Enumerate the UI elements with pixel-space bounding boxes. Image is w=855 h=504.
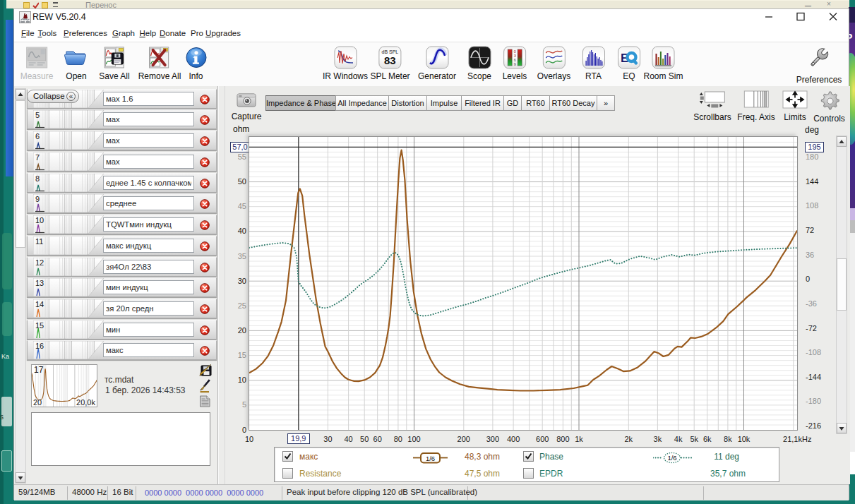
- sidebar-scrollbar[interactable]: [15, 88, 26, 484]
- limits-button[interactable]: Limits: [782, 90, 808, 122]
- measurement-name-input[interactable]: [103, 239, 194, 253]
- measurement-row[interactable]: 8: [27, 173, 217, 193]
- measurement-number[interactable]: 11: [35, 237, 43, 246]
- delete-measurement-button[interactable]: [200, 115, 210, 125]
- toolbar-scope-button[interactable]: Scope: [467, 46, 491, 81]
- measurement-row[interactable]: 7: [27, 152, 217, 172]
- measurement-name-input[interactable]: [103, 133, 194, 148]
- phase-checkbox[interactable]: [523, 451, 534, 462]
- menu-preferences[interactable]: Preferences: [64, 29, 107, 37]
- tab-filtered-ir[interactable]: Filtered IR: [461, 95, 504, 111]
- measurement-number[interactable]: 14: [35, 300, 44, 308]
- minimize-button[interactable]: [758, 9, 779, 25]
- delete-measurement-button[interactable]: [200, 136, 210, 146]
- measurement-row[interactable]: 13: [27, 277, 217, 297]
- delete-measurement-button[interactable]: [200, 179, 210, 188]
- tab-rt60[interactable]: RT60: [521, 95, 550, 111]
- measurement-name-input[interactable]: [103, 280, 194, 294]
- measurement-row[interactable]: 10: [27, 215, 217, 234]
- pen-icon[interactable]: [199, 379, 211, 396]
- delete-measurement-button[interactable]: [200, 157, 210, 167]
- measurement-row[interactable]: 9: [27, 193, 217, 213]
- measurement-row[interactable]: 14: [27, 299, 217, 318]
- measurement-number[interactable]: 9: [35, 195, 40, 203]
- menu-file[interactable]: File: [21, 29, 35, 37]
- chart-scrollbar-down-button[interactable]: [837, 423, 847, 433]
- menu-tools[interactable]: Tools: [38, 29, 57, 37]
- collapse-button[interactable]: Collapse«: [27, 90, 79, 103]
- toolbar-rta-button[interactable]: RTA: [582, 46, 605, 81]
- measurement-number[interactable]: 5: [35, 111, 40, 119]
- measurement-number[interactable]: 6: [35, 132, 40, 140]
- measurement-number[interactable]: 8: [35, 174, 40, 183]
- toolbar-spl-meter-button[interactable]: dB SPL83SPL Meter: [370, 46, 409, 81]
- chart-scrollbar[interactable]: [836, 136, 847, 434]
- tab-impulse[interactable]: Impulse: [426, 95, 462, 111]
- delete-measurement-button[interactable]: [200, 304, 210, 314]
- freq-axis-button[interactable]: Freq. Axis: [737, 90, 775, 122]
- trace-save-icon[interactable]: [199, 364, 212, 379]
- menu-donate[interactable]: Donate: [160, 29, 186, 37]
- toolbar-levels-button[interactable]: 0369Levels: [503, 46, 527, 81]
- maximize-button[interactable]: [790, 9, 811, 25]
- measurement-name-input[interactable]: [103, 92, 194, 106]
- toolbar-open-button[interactable]: Open: [64, 46, 89, 81]
- epdr-checkbox[interactable]: [523, 468, 534, 479]
- measurement-row[interactable]: 5: [27, 109, 217, 129]
- measurement-name-input[interactable]: [103, 343, 194, 357]
- y-axis-top-limit-box[interactable]: 57,0: [230, 142, 250, 152]
- delete-measurement-button[interactable]: [200, 346, 210, 356]
- measurement-number[interactable]: 13: [35, 279, 44, 287]
- measurement-name-input[interactable]: [103, 196, 194, 210]
- delete-measurement-button[interactable]: [200, 220, 210, 230]
- chart-scrollbar-thumb[interactable]: [837, 258, 847, 311]
- measurement-name-input[interactable]: [103, 176, 194, 190]
- toolbar-eq-button[interactable]: EEQ: [618, 46, 641, 81]
- delete-measurement-button[interactable]: [200, 199, 210, 209]
- toolbar-room-sim-button[interactable]: Room Sim: [643, 46, 683, 81]
- y-right-top-limit-box[interactable]: 195: [805, 142, 824, 152]
- measurement-row[interactable]: 12: [27, 257, 217, 277]
- cursor-frequency-box[interactable]: 19,9: [287, 433, 310, 444]
- toolbar-preferences-button[interactable]: Preferences: [796, 46, 842, 85]
- resistance-checkbox[interactable]: [282, 468, 293, 479]
- menu-help[interactable]: Help: [140, 29, 157, 37]
- notes-icon[interactable]: [199, 395, 210, 410]
- close-button[interactable]: [823, 9, 844, 25]
- measurement-number[interactable]: 16: [35, 342, 44, 350]
- measurement-name-input[interactable]: [103, 260, 194, 274]
- menu-graph[interactable]: Graph: [112, 29, 135, 37]
- sidebar-scrollbar-thumb[interactable]: [16, 100, 25, 248]
- chart-plot-area[interactable]: [249, 136, 798, 431]
- measurement-notes-box[interactable]: [31, 412, 210, 466]
- toolbar-overlays-button[interactable]: Overlays: [537, 46, 570, 81]
- selected-measurement-panel[interactable]: 17 20 20,0k тс.mdat 1 бер. 2026 14:43:53: [27, 362, 217, 410]
- delete-measurement-button[interactable]: [200, 283, 210, 293]
- tab-distortion[interactable]: Distortion: [388, 95, 427, 111]
- delete-measurement-button[interactable]: [200, 95, 210, 104]
- impedance-checkbox[interactable]: [282, 451, 293, 462]
- measurement-name-input[interactable]: [103, 217, 194, 232]
- measurement-name-input[interactable]: [103, 155, 194, 169]
- sidebar-scrollbar-down-button[interactable]: [16, 472, 25, 483]
- delete-measurement-button[interactable]: [200, 263, 210, 272]
- tab-all-impedance[interactable]: All Impedance: [335, 95, 389, 111]
- measurement-name-input[interactable]: [103, 323, 194, 337]
- chart-scrollbar-up-button[interactable]: [837, 136, 847, 147]
- toolbar-ir-windows-button[interactable]: IR Windows: [323, 46, 368, 81]
- measurement-number[interactable]: 15: [35, 321, 44, 330]
- menu-pro-upgrades[interactable]: Pro Upgrades: [191, 29, 241, 37]
- measurement-number[interactable]: 12: [35, 258, 44, 267]
- controls-button[interactable]: Controls: [813, 90, 845, 124]
- measurement-number[interactable]: 7: [35, 153, 40, 162]
- measurement-name-input[interactable]: [103, 112, 194, 126]
- tab-rt60-decay[interactable]: RT60 Decay: [549, 95, 597, 111]
- toolbar-remove-all-button[interactable]: Remove All: [138, 46, 181, 81]
- tab-gd[interactable]: GD: [503, 95, 522, 111]
- measurement-row[interactable]: 15: [27, 320, 217, 340]
- delete-measurement-button[interactable]: [200, 241, 210, 251]
- toolbar-save-all-button[interactable]: Save All: [99, 46, 129, 81]
- sidebar-scrollbar-up-button[interactable]: [16, 89, 25, 100]
- delete-measurement-button[interactable]: [200, 325, 210, 335]
- toolbar-info-button[interactable]: Info: [184, 46, 208, 81]
